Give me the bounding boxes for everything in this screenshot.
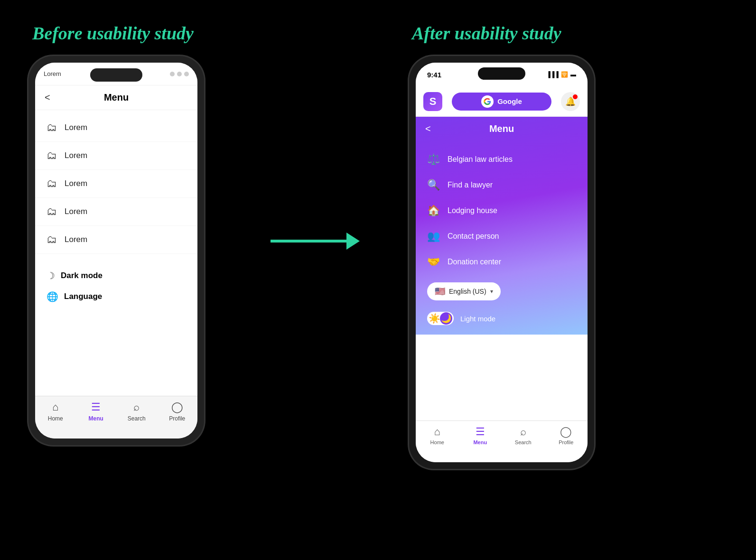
law-articles-item[interactable]: ⚖️ Belgian law articles: [416, 147, 588, 172]
lodging-label: Lodging house: [448, 206, 497, 215]
lodging-icon: 🏠: [427, 205, 440, 217]
dynamic-island-after: [478, 67, 525, 80]
menu-title-after: Menu: [489, 123, 514, 134]
menu-header-after: < Menu: [416, 117, 588, 141]
item-label: Lorem: [65, 235, 87, 244]
language-button[interactable]: 🇺🇸 English (US) ▾: [427, 282, 501, 300]
find-lawyer-item[interactable]: 🔍 Find a lawyer: [416, 172, 588, 198]
language-text: English (US): [449, 288, 486, 295]
list-item[interactable]: 🗂 Lorem: [35, 198, 197, 226]
sun-icon: ☀️: [429, 313, 440, 324]
folder-icon: 🗂: [47, 205, 57, 218]
content-area: < Menu ⚖️ Belgian law articles 🔍 Find a …: [416, 117, 588, 420]
bottom-nav-before: ⌂ Home ☰ Menu ⌕ Search ◯ Profile: [35, 396, 197, 439]
status-icons: ▐▐▐ 🛜 ▬: [546, 71, 576, 78]
language-item[interactable]: 🌐 Language: [47, 286, 186, 307]
profile-label-after: Profile: [559, 439, 573, 445]
list-item[interactable]: 🗂 Lorem: [35, 114, 197, 142]
nav-search[interactable]: ⌕ Search: [116, 401, 157, 422]
dots-before: [170, 72, 189, 76]
nav-profile[interactable]: ◯ Profile: [157, 401, 198, 422]
dark-mode-label: Dark mode: [61, 271, 103, 280]
language-icon: 🌐: [47, 291, 58, 302]
search-label-after: Search: [515, 439, 532, 445]
home-icon: ⌂: [52, 401, 58, 413]
menu-icon: ☰: [91, 401, 101, 413]
dynamic-island-before: [90, 68, 142, 82]
contact-icon: 👥: [427, 230, 440, 243]
home-icon-after: ⌂: [434, 426, 440, 438]
contact-label: Contact person: [448, 232, 499, 241]
app-label-before: Lorem: [44, 70, 61, 77]
menu-items-before: 🗂 Lorem 🗂 Lorem 🗂 Lorem 🗂 Lorem 🗂 Lorem: [35, 110, 197, 258]
back-button-after[interactable]: <: [425, 123, 431, 134]
lodging-item[interactable]: 🏠 Lodging house: [416, 198, 588, 224]
dark-mode-item[interactable]: ☽ Dark mode: [47, 265, 186, 286]
donation-item[interactable]: 🤝 Donation center: [416, 249, 588, 275]
nav-menu-after[interactable]: ☰ Menu: [459, 426, 502, 445]
list-item[interactable]: 🗂 Lorem: [35, 170, 197, 198]
menu-label: Menu: [89, 415, 103, 422]
dark-mode-icon: ☽: [47, 270, 55, 281]
back-button-before[interactable]: <: [45, 92, 50, 103]
lawyer-label: Find a lawyer: [448, 181, 493, 189]
mode-section: ☀️ 🌙 Light mode: [416, 308, 588, 335]
mode-toggle[interactable]: ☀️ 🌙: [427, 312, 454, 325]
law-label: Belgian law articles: [448, 155, 513, 164]
nav-home-after[interactable]: ⌂ Home: [416, 426, 459, 445]
nav-menu[interactable]: ☰ Menu: [76, 401, 117, 422]
app-header-after: S Google 🔔: [416, 86, 588, 117]
folder-icon: 🗂: [47, 121, 57, 134]
chevron-down-icon: ▾: [490, 288, 493, 295]
purple-menu-area: < Menu ⚖️ Belgian law articles 🔍 Find a …: [416, 117, 588, 335]
status-bar-after: 9:41 ▐▐▐ 🛜 ▬: [416, 63, 588, 86]
home-label-after: Home: [430, 439, 444, 445]
law-icon: ⚖️: [427, 153, 440, 166]
moon-icon: 🌙: [440, 312, 452, 325]
menu-title-before: Menu: [104, 92, 129, 103]
settings-section: ☽ Dark mode 🌐 Language: [35, 258, 197, 315]
menu-icon-after: ☰: [476, 426, 485, 438]
nav-search-after[interactable]: ⌕ Search: [502, 426, 545, 445]
donation-icon: 🤝: [427, 256, 440, 268]
status-bar-before: Lorem: [35, 63, 197, 85]
language-label: Language: [64, 292, 102, 301]
lawyer-icon: 🔍: [427, 179, 440, 191]
google-button[interactable]: Google: [452, 93, 551, 111]
after-phone: 9:41 ▐▐▐ 🛜 ▬ S Google 🔔: [409, 56, 594, 469]
item-label: Lorem: [65, 179, 87, 188]
bottom-nav-after: ⌂ Home ☰ Menu ⌕ Search ◯ Profile: [416, 420, 588, 462]
search-icon-after: ⌕: [520, 426, 526, 438]
status-time: 9:41: [427, 71, 441, 79]
nav-profile-after[interactable]: ◯ Profile: [545, 426, 588, 445]
profile-icon-after: ◯: [560, 426, 572, 438]
item-label: Lorem: [65, 123, 87, 132]
item-label: Lorem: [65, 207, 87, 216]
battery-icon: ▬: [570, 71, 576, 78]
google-logo-circle: [481, 95, 494, 108]
folder-icon: 🗂: [47, 177, 57, 190]
before-phone: Lorem < Menu 🗂 Lorem 🗂 Lorem 🗂 Lorem: [28, 56, 204, 445]
list-item[interactable]: 🗂 Lorem: [35, 142, 197, 170]
donation-label: Donation center: [448, 258, 501, 266]
notification-badge: [573, 94, 578, 99]
language-section: 🇺🇸 English (US) ▾: [416, 275, 588, 308]
profile-label: Profile: [169, 415, 185, 422]
list-item[interactable]: 🗂 Lorem: [35, 226, 197, 254]
transition-arrow: [271, 233, 365, 250]
contact-item[interactable]: 👥 Contact person: [416, 224, 588, 249]
nav-home[interactable]: ⌂ Home: [35, 401, 76, 422]
menu-label-after: Menu: [473, 439, 487, 445]
notification-button[interactable]: 🔔: [561, 92, 580, 111]
search-label: Search: [128, 415, 146, 422]
item-label: Lorem: [65, 151, 87, 160]
app-logo: S: [423, 92, 442, 111]
folder-icon: 🗂: [47, 149, 57, 162]
google-label: Google: [497, 97, 522, 105]
search-icon: ⌕: [133, 401, 140, 413]
after-title: After usability study: [412, 23, 561, 44]
profile-icon: ◯: [171, 401, 183, 413]
signal-icon: ▐▐▐: [546, 71, 559, 78]
home-label: Home: [48, 415, 63, 422]
wifi-icon: 🛜: [561, 71, 568, 78]
